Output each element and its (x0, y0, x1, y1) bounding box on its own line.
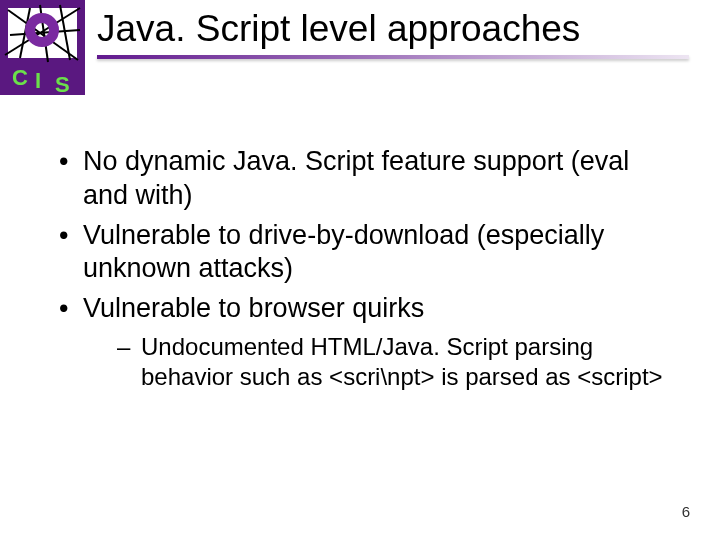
sub-bullet-item: Undocumented HTML/Java. Script parsing b… (117, 332, 670, 392)
svg-text:S: S (55, 72, 70, 95)
bullet-item: Vulnerable to browser quirks (55, 292, 670, 326)
slide-title: Java. Script level approaches (97, 8, 720, 51)
svg-text:I: I (35, 68, 41, 93)
title-underline (97, 55, 689, 59)
bullet-item: Vulnerable to drive-by-download (especia… (55, 219, 670, 287)
slide-content: No dynamic Java. Script feature support … (0, 95, 720, 392)
bullet-list: No dynamic Java. Script feature support … (55, 145, 670, 326)
slide-header: C I S Java. Script level approaches (0, 0, 720, 95)
logo-icon: C I S (0, 0, 85, 95)
page-number: 6 (682, 503, 690, 520)
title-container: Java. Script level approaches (85, 0, 720, 59)
sub-bullet-list: Undocumented HTML/Java. Script parsing b… (55, 332, 670, 392)
svg-text:C: C (12, 65, 28, 90)
bullet-item: No dynamic Java. Script feature support … (55, 145, 670, 213)
